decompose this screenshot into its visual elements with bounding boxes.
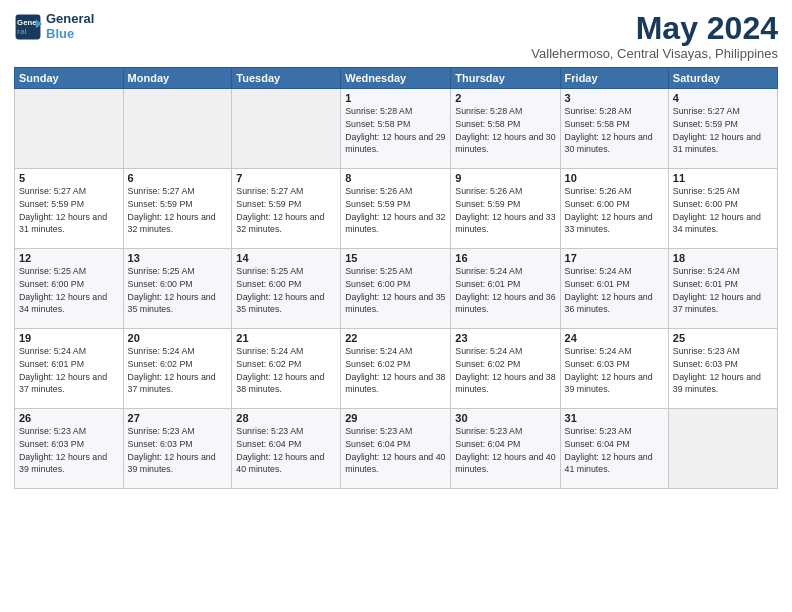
logo-icon: Gene ral	[14, 13, 42, 41]
day-info: Sunrise: 5:24 AM Sunset: 6:01 PM Dayligh…	[673, 265, 773, 316]
sunset-text: Sunset: 6:01 PM	[19, 359, 84, 369]
sunrise-text: Sunrise: 5:27 AM	[128, 186, 195, 196]
daylight-text: Daylight: 12 hours and 39 minutes.	[19, 452, 107, 475]
sunrise-text: Sunrise: 5:24 AM	[565, 266, 632, 276]
sunrise-text: Sunrise: 5:28 AM	[345, 106, 412, 116]
day-number: 8	[345, 172, 446, 184]
table-row: 13 Sunrise: 5:25 AM Sunset: 6:00 PM Dayl…	[123, 249, 232, 329]
day-info: Sunrise: 5:23 AM Sunset: 6:04 PM Dayligh…	[236, 425, 336, 476]
daylight-text: Daylight: 12 hours and 36 minutes.	[455, 292, 555, 315]
daylight-text: Daylight: 12 hours and 34 minutes.	[673, 212, 761, 235]
sunrise-text: Sunrise: 5:24 AM	[128, 346, 195, 356]
col-thursday: Thursday	[451, 68, 560, 89]
svg-text:Gene: Gene	[17, 18, 37, 27]
table-row: 31 Sunrise: 5:23 AM Sunset: 6:04 PM Dayl…	[560, 409, 668, 489]
daylight-text: Daylight: 12 hours and 35 minutes.	[128, 292, 216, 315]
daylight-text: Daylight: 12 hours and 39 minutes.	[673, 372, 761, 395]
sunrise-text: Sunrise: 5:27 AM	[236, 186, 303, 196]
day-info: Sunrise: 5:27 AM Sunset: 5:59 PM Dayligh…	[673, 105, 773, 156]
day-number: 19	[19, 332, 119, 344]
day-number: 5	[19, 172, 119, 184]
day-number: 2	[455, 92, 555, 104]
table-row: 28 Sunrise: 5:23 AM Sunset: 6:04 PM Dayl…	[232, 409, 341, 489]
sunset-text: Sunset: 6:04 PM	[345, 439, 410, 449]
day-info: Sunrise: 5:25 AM Sunset: 6:00 PM Dayligh…	[236, 265, 336, 316]
table-row: 17 Sunrise: 5:24 AM Sunset: 6:01 PM Dayl…	[560, 249, 668, 329]
day-info: Sunrise: 5:25 AM Sunset: 6:00 PM Dayligh…	[345, 265, 446, 316]
day-info: Sunrise: 5:28 AM Sunset: 5:58 PM Dayligh…	[455, 105, 555, 156]
table-row: 30 Sunrise: 5:23 AM Sunset: 6:04 PM Dayl…	[451, 409, 560, 489]
col-monday: Monday	[123, 68, 232, 89]
day-info: Sunrise: 5:23 AM Sunset: 6:04 PM Dayligh…	[565, 425, 664, 476]
day-number: 30	[455, 412, 555, 424]
day-number: 12	[19, 252, 119, 264]
daylight-text: Daylight: 12 hours and 34 minutes.	[19, 292, 107, 315]
sunset-text: Sunset: 6:02 PM	[345, 359, 410, 369]
sunrise-text: Sunrise: 5:25 AM	[128, 266, 195, 276]
table-row: 7 Sunrise: 5:27 AM Sunset: 5:59 PM Dayli…	[232, 169, 341, 249]
daylight-text: Daylight: 12 hours and 32 minutes.	[236, 212, 324, 235]
day-info: Sunrise: 5:26 AM Sunset: 6:00 PM Dayligh…	[565, 185, 664, 236]
day-number: 11	[673, 172, 773, 184]
table-row	[15, 89, 124, 169]
sunrise-text: Sunrise: 5:23 AM	[19, 426, 86, 436]
day-number: 23	[455, 332, 555, 344]
calendar-page: Gene ral General Blue May 2024 Valleherm…	[0, 0, 792, 612]
daylight-text: Daylight: 12 hours and 33 minutes.	[455, 212, 555, 235]
day-number: 28	[236, 412, 336, 424]
sunset-text: Sunset: 6:03 PM	[19, 439, 84, 449]
sunrise-text: Sunrise: 5:24 AM	[236, 346, 303, 356]
table-row: 23 Sunrise: 5:24 AM Sunset: 6:02 PM Dayl…	[451, 329, 560, 409]
daylight-text: Daylight: 12 hours and 39 minutes.	[128, 452, 216, 475]
sunset-text: Sunset: 5:59 PM	[19, 199, 84, 209]
header: Gene ral General Blue May 2024 Valleherm…	[14, 12, 778, 61]
day-number: 20	[128, 332, 228, 344]
table-row: 27 Sunrise: 5:23 AM Sunset: 6:03 PM Dayl…	[123, 409, 232, 489]
table-row: 18 Sunrise: 5:24 AM Sunset: 6:01 PM Dayl…	[668, 249, 777, 329]
table-row: 2 Sunrise: 5:28 AM Sunset: 5:58 PM Dayli…	[451, 89, 560, 169]
day-number: 4	[673, 92, 773, 104]
day-info: Sunrise: 5:23 AM Sunset: 6:03 PM Dayligh…	[673, 345, 773, 396]
daylight-text: Daylight: 12 hours and 32 minutes.	[128, 212, 216, 235]
sunrise-text: Sunrise: 5:23 AM	[128, 426, 195, 436]
day-number: 18	[673, 252, 773, 264]
logo: Gene ral General Blue	[14, 12, 94, 42]
table-row: 12 Sunrise: 5:25 AM Sunset: 6:00 PM Dayl…	[15, 249, 124, 329]
sunset-text: Sunset: 6:00 PM	[565, 199, 630, 209]
sunset-text: Sunset: 6:04 PM	[455, 439, 520, 449]
day-info: Sunrise: 5:24 AM Sunset: 6:01 PM Dayligh…	[19, 345, 119, 396]
col-tuesday: Tuesday	[232, 68, 341, 89]
sunset-text: Sunset: 6:02 PM	[128, 359, 193, 369]
day-info: Sunrise: 5:24 AM Sunset: 6:02 PM Dayligh…	[236, 345, 336, 396]
daylight-text: Daylight: 12 hours and 40 minutes.	[455, 452, 555, 475]
table-row	[232, 89, 341, 169]
sunset-text: Sunset: 6:02 PM	[236, 359, 301, 369]
day-number: 10	[565, 172, 664, 184]
sunset-text: Sunset: 6:04 PM	[565, 439, 630, 449]
sunset-text: Sunset: 6:03 PM	[128, 439, 193, 449]
sunset-text: Sunset: 5:58 PM	[565, 119, 630, 129]
day-info: Sunrise: 5:26 AM Sunset: 5:59 PM Dayligh…	[455, 185, 555, 236]
daylight-text: Daylight: 12 hours and 35 minutes.	[345, 292, 445, 315]
sunset-text: Sunset: 6:00 PM	[673, 199, 738, 209]
calendar-table: Sunday Monday Tuesday Wednesday Thursday…	[14, 67, 778, 489]
calendar-week-row: 5 Sunrise: 5:27 AM Sunset: 5:59 PM Dayli…	[15, 169, 778, 249]
sunrise-text: Sunrise: 5:28 AM	[455, 106, 522, 116]
sunrise-text: Sunrise: 5:23 AM	[565, 426, 632, 436]
day-info: Sunrise: 5:24 AM Sunset: 6:03 PM Dayligh…	[565, 345, 664, 396]
table-row: 3 Sunrise: 5:28 AM Sunset: 5:58 PM Dayli…	[560, 89, 668, 169]
sunrise-text: Sunrise: 5:26 AM	[345, 186, 412, 196]
day-number: 9	[455, 172, 555, 184]
table-row	[123, 89, 232, 169]
daylight-text: Daylight: 12 hours and 37 minutes.	[19, 372, 107, 395]
sunrise-text: Sunrise: 5:24 AM	[673, 266, 740, 276]
sunset-text: Sunset: 5:59 PM	[345, 199, 410, 209]
daylight-text: Daylight: 12 hours and 30 minutes.	[455, 132, 555, 155]
sunset-text: Sunset: 6:00 PM	[345, 279, 410, 289]
daylight-text: Daylight: 12 hours and 41 minutes.	[565, 452, 653, 475]
logo-text: General Blue	[46, 12, 94, 42]
table-row: 10 Sunrise: 5:26 AM Sunset: 6:00 PM Dayl…	[560, 169, 668, 249]
day-info: Sunrise: 5:26 AM Sunset: 5:59 PM Dayligh…	[345, 185, 446, 236]
daylight-text: Daylight: 12 hours and 30 minutes.	[565, 132, 653, 155]
sunset-text: Sunset: 6:03 PM	[565, 359, 630, 369]
